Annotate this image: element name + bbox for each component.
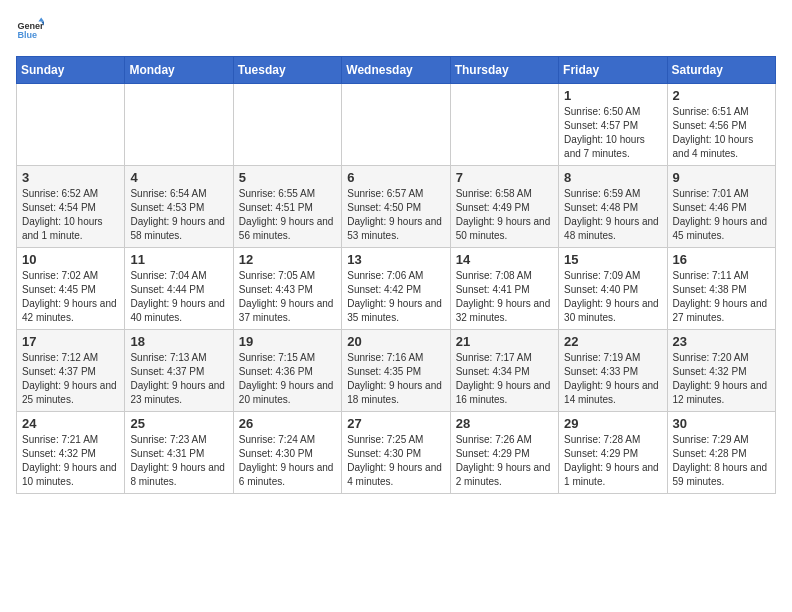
logo-icon: General Blue: [16, 16, 44, 44]
day-number: 28: [456, 416, 553, 431]
calendar-cell: 23Sunrise: 7:20 AM Sunset: 4:32 PM Dayli…: [667, 330, 775, 412]
day-info: Sunrise: 7:15 AM Sunset: 4:36 PM Dayligh…: [239, 351, 336, 407]
header-sunday: Sunday: [17, 57, 125, 84]
day-number: 9: [673, 170, 770, 185]
calendar-cell: 21Sunrise: 7:17 AM Sunset: 4:34 PM Dayli…: [450, 330, 558, 412]
calendar-cell: 25Sunrise: 7:23 AM Sunset: 4:31 PM Dayli…: [125, 412, 233, 494]
day-number: 20: [347, 334, 444, 349]
day-info: Sunrise: 7:29 AM Sunset: 4:28 PM Dayligh…: [673, 433, 770, 489]
calendar-cell: [125, 84, 233, 166]
calendar-cell: 4Sunrise: 6:54 AM Sunset: 4:53 PM Daylig…: [125, 166, 233, 248]
calendar-cell: 27Sunrise: 7:25 AM Sunset: 4:30 PM Dayli…: [342, 412, 450, 494]
day-number: 23: [673, 334, 770, 349]
svg-text:General: General: [17, 21, 44, 31]
calendar-cell: 12Sunrise: 7:05 AM Sunset: 4:43 PM Dayli…: [233, 248, 341, 330]
day-info: Sunrise: 6:57 AM Sunset: 4:50 PM Dayligh…: [347, 187, 444, 243]
day-info: Sunrise: 7:11 AM Sunset: 4:38 PM Dayligh…: [673, 269, 770, 325]
day-number: 22: [564, 334, 661, 349]
day-number: 4: [130, 170, 227, 185]
day-number: 24: [22, 416, 119, 431]
calendar-cell: 30Sunrise: 7:29 AM Sunset: 4:28 PM Dayli…: [667, 412, 775, 494]
day-info: Sunrise: 6:58 AM Sunset: 4:49 PM Dayligh…: [456, 187, 553, 243]
calendar-cell: 6Sunrise: 6:57 AM Sunset: 4:50 PM Daylig…: [342, 166, 450, 248]
calendar-cell: 3Sunrise: 6:52 AM Sunset: 4:54 PM Daylig…: [17, 166, 125, 248]
day-number: 18: [130, 334, 227, 349]
day-info: Sunrise: 7:12 AM Sunset: 4:37 PM Dayligh…: [22, 351, 119, 407]
day-info: Sunrise: 7:09 AM Sunset: 4:40 PM Dayligh…: [564, 269, 661, 325]
calendar-cell: 26Sunrise: 7:24 AM Sunset: 4:30 PM Dayli…: [233, 412, 341, 494]
day-info: Sunrise: 7:24 AM Sunset: 4:30 PM Dayligh…: [239, 433, 336, 489]
day-info: Sunrise: 7:04 AM Sunset: 4:44 PM Dayligh…: [130, 269, 227, 325]
svg-text:Blue: Blue: [17, 30, 37, 40]
day-info: Sunrise: 7:17 AM Sunset: 4:34 PM Dayligh…: [456, 351, 553, 407]
calendar-cell: 22Sunrise: 7:19 AM Sunset: 4:33 PM Dayli…: [559, 330, 667, 412]
day-info: Sunrise: 6:54 AM Sunset: 4:53 PM Dayligh…: [130, 187, 227, 243]
logo: General Blue: [16, 16, 44, 44]
day-info: Sunrise: 7:16 AM Sunset: 4:35 PM Dayligh…: [347, 351, 444, 407]
calendar-cell: 10Sunrise: 7:02 AM Sunset: 4:45 PM Dayli…: [17, 248, 125, 330]
day-info: Sunrise: 6:55 AM Sunset: 4:51 PM Dayligh…: [239, 187, 336, 243]
calendar-cell: 29Sunrise: 7:28 AM Sunset: 4:29 PM Dayli…: [559, 412, 667, 494]
day-number: 19: [239, 334, 336, 349]
day-info: Sunrise: 7:08 AM Sunset: 4:41 PM Dayligh…: [456, 269, 553, 325]
day-number: 16: [673, 252, 770, 267]
day-info: Sunrise: 7:05 AM Sunset: 4:43 PM Dayligh…: [239, 269, 336, 325]
day-info: Sunrise: 7:26 AM Sunset: 4:29 PM Dayligh…: [456, 433, 553, 489]
day-info: Sunrise: 7:21 AM Sunset: 4:32 PM Dayligh…: [22, 433, 119, 489]
calendar-cell: 13Sunrise: 7:06 AM Sunset: 4:42 PM Dayli…: [342, 248, 450, 330]
calendar-cell: 17Sunrise: 7:12 AM Sunset: 4:37 PM Dayli…: [17, 330, 125, 412]
day-number: 5: [239, 170, 336, 185]
calendar-week-3: 10Sunrise: 7:02 AM Sunset: 4:45 PM Dayli…: [17, 248, 776, 330]
day-info: Sunrise: 7:19 AM Sunset: 4:33 PM Dayligh…: [564, 351, 661, 407]
calendar-cell: 14Sunrise: 7:08 AM Sunset: 4:41 PM Dayli…: [450, 248, 558, 330]
header-wednesday: Wednesday: [342, 57, 450, 84]
day-number: 13: [347, 252, 444, 267]
calendar-cell: 16Sunrise: 7:11 AM Sunset: 4:38 PM Dayli…: [667, 248, 775, 330]
day-number: 6: [347, 170, 444, 185]
day-number: 14: [456, 252, 553, 267]
calendar-cell: 20Sunrise: 7:16 AM Sunset: 4:35 PM Dayli…: [342, 330, 450, 412]
day-number: 1: [564, 88, 661, 103]
day-info: Sunrise: 6:59 AM Sunset: 4:48 PM Dayligh…: [564, 187, 661, 243]
header-friday: Friday: [559, 57, 667, 84]
header-thursday: Thursday: [450, 57, 558, 84]
day-number: 21: [456, 334, 553, 349]
calendar-cell: 15Sunrise: 7:09 AM Sunset: 4:40 PM Dayli…: [559, 248, 667, 330]
calendar-cell: 5Sunrise: 6:55 AM Sunset: 4:51 PM Daylig…: [233, 166, 341, 248]
svg-marker-2: [38, 17, 44, 21]
header-monday: Monday: [125, 57, 233, 84]
day-number: 2: [673, 88, 770, 103]
day-number: 12: [239, 252, 336, 267]
day-info: Sunrise: 6:51 AM Sunset: 4:56 PM Dayligh…: [673, 105, 770, 161]
day-number: 3: [22, 170, 119, 185]
calendar-cell: 8Sunrise: 6:59 AM Sunset: 4:48 PM Daylig…: [559, 166, 667, 248]
day-info: Sunrise: 7:23 AM Sunset: 4:31 PM Dayligh…: [130, 433, 227, 489]
day-number: 7: [456, 170, 553, 185]
day-number: 30: [673, 416, 770, 431]
calendar-week-1: 1Sunrise: 6:50 AM Sunset: 4:57 PM Daylig…: [17, 84, 776, 166]
day-info: Sunrise: 7:02 AM Sunset: 4:45 PM Dayligh…: [22, 269, 119, 325]
day-number: 8: [564, 170, 661, 185]
calendar-header-row: SundayMondayTuesdayWednesdayThursdayFrid…: [17, 57, 776, 84]
calendar-cell: 1Sunrise: 6:50 AM Sunset: 4:57 PM Daylig…: [559, 84, 667, 166]
day-info: Sunrise: 6:52 AM Sunset: 4:54 PM Dayligh…: [22, 187, 119, 243]
calendar-cell: 7Sunrise: 6:58 AM Sunset: 4:49 PM Daylig…: [450, 166, 558, 248]
day-number: 26: [239, 416, 336, 431]
calendar-cell: 24Sunrise: 7:21 AM Sunset: 4:32 PM Dayli…: [17, 412, 125, 494]
calendar-cell: [233, 84, 341, 166]
day-info: Sunrise: 6:50 AM Sunset: 4:57 PM Dayligh…: [564, 105, 661, 161]
calendar-cell: 11Sunrise: 7:04 AM Sunset: 4:44 PM Dayli…: [125, 248, 233, 330]
day-number: 29: [564, 416, 661, 431]
day-number: 17: [22, 334, 119, 349]
day-number: 25: [130, 416, 227, 431]
calendar-cell: 9Sunrise: 7:01 AM Sunset: 4:46 PM Daylig…: [667, 166, 775, 248]
day-number: 27: [347, 416, 444, 431]
day-number: 11: [130, 252, 227, 267]
calendar-week-4: 17Sunrise: 7:12 AM Sunset: 4:37 PM Dayli…: [17, 330, 776, 412]
day-number: 15: [564, 252, 661, 267]
calendar-cell: [17, 84, 125, 166]
calendar-cell: 18Sunrise: 7:13 AM Sunset: 4:37 PM Dayli…: [125, 330, 233, 412]
calendar-table: SundayMondayTuesdayWednesdayThursdayFrid…: [16, 56, 776, 494]
day-info: Sunrise: 7:20 AM Sunset: 4:32 PM Dayligh…: [673, 351, 770, 407]
calendar-cell: 28Sunrise: 7:26 AM Sunset: 4:29 PM Dayli…: [450, 412, 558, 494]
